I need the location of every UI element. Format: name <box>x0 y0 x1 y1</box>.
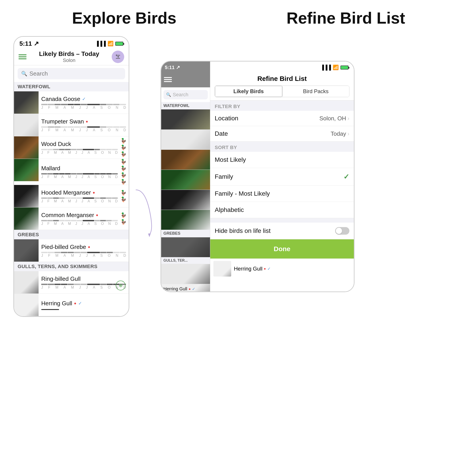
duck-icon-3: 🦆 <box>121 151 126 157</box>
trumpeter-swan-info: Trumpeter Swan ● JFMAMJJASOND <box>39 114 129 136</box>
hide-birds-toggle[interactable] <box>335 227 349 235</box>
left-page-title: Explore Birds <box>13 9 235 27</box>
tab-likely-birds[interactable]: Likely Birds <box>215 86 282 97</box>
hooded-merganser-freq-labels: JFMAMJJASOND <box>41 199 118 203</box>
right-herring-gull-partial: Herring Gull ●✓ <box>161 284 210 291</box>
hooded-merganser-name: Hooded Merganser ● <box>41 189 118 196</box>
wood-duck-image <box>14 136 39 159</box>
right-phone: 5:11 ↗ 🔍 Search WATERFOWL GREBES <box>160 61 354 292</box>
mallard-info: Mallard JFMAMJJASOND <box>39 159 121 185</box>
common-merganser-dot-icon: ● <box>96 213 98 218</box>
location-button[interactable]: ⊕ <box>116 281 125 290</box>
trumpeter-swan-name: Trumpeter Swan ● <box>41 118 126 125</box>
right-screen-bird-preview: 5:11 ↗ 🔍 Search WATERFOWL GREBES <box>161 62 210 291</box>
location-chevron-icon: › <box>347 115 349 122</box>
right-common-merganser-partial <box>161 210 210 230</box>
list-item[interactable]: Canada Goose ✓ JFMAMJJASOND <box>14 91 129 114</box>
right-status-bar: 5:11 ↗ <box>161 62 210 72</box>
spacer <box>210 218 354 223</box>
list-item[interactable]: Ring-billed Gull JFMAMJJASOND ⊕ <box>14 271 129 294</box>
sort-family[interactable]: Family ✓ <box>210 168 354 186</box>
pied-billed-grebe-freq-bar <box>41 252 126 253</box>
sort-family-label: Family <box>215 173 343 180</box>
search-input[interactable] <box>29 70 122 77</box>
trumpeter-swan-dot-icon: ● <box>86 119 88 124</box>
duck-icon-9: 🦆 <box>121 197 126 202</box>
hamburger-icon[interactable] <box>18 54 27 59</box>
sort-family-most-likely[interactable]: Family - Most Likely <box>210 186 354 202</box>
canada-goose-freq-labels: JFMAMJJASOND <box>41 106 126 110</box>
right-pied-billed-partial <box>161 237 210 257</box>
list-item[interactable]: Hooded Merganser ● JFMAMJJASOND 🦆 🦆 <box>14 185 129 207</box>
herring-gull-image <box>14 294 39 316</box>
left-header-title: Likely Birds – Today <box>27 50 112 57</box>
pied-billed-grebe-info: Pied-billed Grebe ● JFMAMJJASOND <box>39 239 129 262</box>
date-filter-row[interactable]: Date Today › <box>210 126 354 141</box>
right-hamburger-icon[interactable] <box>164 77 172 82</box>
hooded-merganser-dot-icon: ● <box>93 190 95 195</box>
battery-icon <box>115 42 123 46</box>
duck-icon-5: 🦆 <box>121 166 126 171</box>
done-button[interactable]: Done <box>210 239 354 258</box>
mallard-image <box>14 159 39 181</box>
right-grebes-header: GREBES <box>161 230 210 237</box>
list-item[interactable]: Wood Duck JFMAMJJASOND 🦆 🦆 🦆 <box>14 136 129 159</box>
left-bird-list: WATERFOWL Canada Goose ✓ JFMAMJJASOND <box>14 82 129 316</box>
duck-icon-4: 🦆 <box>121 159 126 165</box>
sort-alphabetic[interactable]: Alphabetic <box>210 202 354 218</box>
list-item[interactable]: Herring Gull ● ✓ <box>14 294 129 316</box>
common-merganser-name: Common Merganser ● <box>41 212 118 219</box>
date-filter-value: Today › <box>331 130 349 137</box>
common-merganser-freq-labels: JFMAMJJASOND <box>41 222 118 226</box>
ring-billed-gull-freq-bar <box>41 284 126 285</box>
waterfowl-section-header: WATERFOWL <box>14 82 129 91</box>
signal-icon: ▐▐▐ <box>95 41 106 47</box>
mallard-right-icons: 🦆 🦆 🦆 🦆 <box>121 159 129 185</box>
wood-duck-info: Wood Duck JFMAMJJASOND <box>39 136 121 159</box>
date-chevron-icon: › <box>347 130 349 137</box>
right-search-partial: 🔍 Search <box>163 90 208 99</box>
date-filter-label: Date <box>215 130 331 137</box>
herring-gull-name: Herring Gull ● ✓ <box>41 300 126 307</box>
right-header-partial <box>161 72 210 87</box>
trumpeter-swan-image <box>14 114 39 136</box>
hooded-merganser-right-icons: 🦆 🦆 <box>121 185 129 207</box>
pied-billed-grebe-image <box>14 239 39 262</box>
refine-panel: ▐▐▐ 📶 Refine Bird List Likely Birds Bird… <box>210 62 354 291</box>
location-filter-row[interactable]: Location Solon, OH › <box>210 111 354 126</box>
sort-alphabetic-label: Alphabetic <box>215 206 349 214</box>
left-search-bar[interactable]: 🔍 <box>17 68 125 79</box>
tab-bird-packs[interactable]: Bird Packs <box>282 86 349 97</box>
arrow-connector <box>129 110 160 243</box>
sort-family-check-icon: ✓ <box>343 172 349 181</box>
pied-billed-grebe-dot-icon: ● <box>88 245 90 249</box>
pied-billed-grebe-name: Pied-billed Grebe ● <box>41 244 126 251</box>
ring-billed-gull-image <box>14 271 39 293</box>
list-item[interactable]: Mallard JFMAMJJASOND 🦆 🦆 🦆 🦆 <box>14 159 129 185</box>
list-item[interactable]: Trumpeter Swan ● JFMAMJJASOND <box>14 114 129 136</box>
pied-billed-grebe-freq-labels: JFMAMJJASOND <box>41 254 126 258</box>
hooded-merganser-freq-bar <box>41 197 118 199</box>
right-page-title: Refine Bird List <box>235 9 457 27</box>
wood-duck-freq-bar <box>41 149 118 150</box>
right-wifi-icon: 📶 <box>333 65 339 70</box>
gulls-section-header: GULLS, TERNS, AND SKIMMERS <box>14 262 129 271</box>
sort-family-most-likely-label: Family - Most Likely <box>215 190 349 197</box>
left-status-bar: 5:11 ↗ ▐▐▐ 📶 <box>14 37 129 49</box>
duck-icon-8: 🦆 <box>121 190 126 196</box>
right-waterfowl-header: WATERFOWL <box>161 102 210 109</box>
right-mallard-partial <box>161 170 210 190</box>
left-header-center: Likely Birds – Today Solon <box>27 50 112 63</box>
filter-button[interactable] <box>112 51 124 63</box>
right-wood-duck-partial <box>161 150 210 170</box>
list-item[interactable]: Common Merganser ● JFMAMJJASOND 🦆 🦆 <box>14 207 129 230</box>
wood-duck-freq-labels: JFMAMJJASOND <box>41 151 118 155</box>
search-icon: 🔍 <box>21 71 27 77</box>
bottom-herring-gull-name: Herring Gull ●✓ <box>231 266 271 272</box>
duck-icon-1: 🦆 <box>121 138 126 144</box>
list-item[interactable]: Pied-billed Grebe ● JFMAMJJASOND <box>14 239 129 262</box>
right-time: 5:11 ↗ <box>165 65 180 70</box>
left-phone: 5:11 ↗ ▐▐▐ 📶 Likely Birds – Today Solon <box>13 36 129 317</box>
sort-most-likely[interactable]: Most Likely <box>210 152 354 168</box>
mallard-freq-bar <box>41 173 118 174</box>
